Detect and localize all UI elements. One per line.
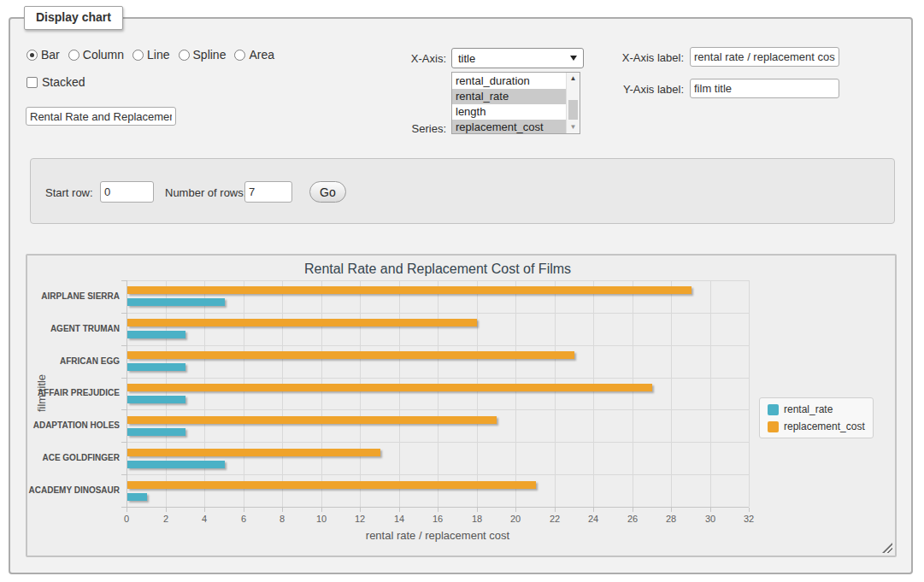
series-option-replacement_cost[interactable]: replacement_cost xyxy=(452,120,566,134)
series-listbox[interactable]: rental_durationrental_ratelengthreplacem… xyxy=(451,72,580,134)
radio-label: Line xyxy=(147,48,169,62)
number-of-rows-input[interactable] xyxy=(244,181,292,203)
x-axis-tick xyxy=(321,508,322,512)
x-axis-tick xyxy=(282,508,283,512)
bar-rental_rate xyxy=(127,298,225,306)
legend-label: replacement_cost xyxy=(784,420,865,432)
bar-replacement_cost xyxy=(127,319,477,326)
x-axis-tick xyxy=(438,508,438,512)
radio-spline[interactable]: Spline xyxy=(179,48,227,62)
bar-replacement_cost xyxy=(127,384,652,391)
resize-handle-icon[interactable] xyxy=(882,543,892,553)
gridline-x xyxy=(399,280,400,507)
x-axis-select[interactable]: title xyxy=(451,48,584,68)
bar-replacement_cost xyxy=(127,351,574,359)
series-listbox-scrollbar[interactable]: ▲ ▼ xyxy=(566,73,580,133)
legend-item-replacement_cost[interactable]: replacement_cost xyxy=(768,420,865,432)
number-of-rows-label: Number of rows: xyxy=(165,186,246,199)
radio-circle[interactable] xyxy=(234,50,245,61)
gridline-y xyxy=(127,474,749,475)
gridline-y xyxy=(127,442,749,443)
scroll-up-icon[interactable]: ▲ xyxy=(567,73,580,84)
legend-swatch xyxy=(768,404,779,415)
category-label: ACE GOLDFINGER xyxy=(19,453,120,462)
gridline-x xyxy=(282,280,283,507)
gridline-x xyxy=(477,280,478,507)
radio-label: Bar xyxy=(41,48,60,62)
category-label: ADAPTATION HOLES xyxy=(19,420,120,430)
gridline-x xyxy=(204,280,205,507)
x-tick-label: 10 xyxy=(306,514,337,524)
series-listbox-options: rental_durationrental_ratelengthreplacem… xyxy=(452,73,566,133)
category-label: AGENT TRUMAN xyxy=(19,324,120,333)
x-tick-label: 26 xyxy=(617,514,648,524)
go-button[interactable]: Go xyxy=(309,181,346,203)
x-axis-tick xyxy=(477,508,478,512)
radio-circle[interactable] xyxy=(26,50,38,61)
scroll-down-icon[interactable]: ▼ xyxy=(567,122,580,132)
legend-item-rental_rate[interactable]: rental_rate xyxy=(768,403,865,415)
gridline-x xyxy=(633,280,633,507)
gridline-x xyxy=(438,280,438,507)
gridline-x xyxy=(749,280,750,507)
bar-rental_rate xyxy=(127,331,185,338)
category-label: ACADEMY DINOSAUR xyxy=(19,485,120,495)
scrollbar-thumb[interactable] xyxy=(568,100,578,120)
x-axis-title: rental rate / replacement cost xyxy=(127,529,749,542)
x-axis-tick xyxy=(166,508,167,512)
chevron-down-icon xyxy=(570,56,577,61)
chart-type-radios: BarColumnLineSplineArea xyxy=(26,48,274,62)
bar-rental_rate xyxy=(127,461,225,468)
y-axis-label-label: Y-Axis label: xyxy=(607,83,684,96)
x-tick-label: 0 xyxy=(111,514,142,524)
x-tick-label: 22 xyxy=(539,514,570,524)
chart-container: Rental Rate and Replacement Cost of Film… xyxy=(26,254,897,557)
plot-area: 02468101214161820222426283032AIRPLANE SI… xyxy=(127,280,749,507)
x-axis-tick xyxy=(127,508,127,512)
radio-line[interactable]: Line xyxy=(132,48,169,62)
x-axis-tick xyxy=(399,508,400,512)
x-tick-label: 2 xyxy=(150,514,181,524)
y-axis-line xyxy=(127,280,127,508)
radio-circle[interactable] xyxy=(132,50,144,61)
gridline-x xyxy=(671,280,672,507)
radio-circle[interactable] xyxy=(179,50,190,61)
gridline-x xyxy=(593,280,594,507)
x-tick-label: 6 xyxy=(228,514,259,524)
x-tick-label: 20 xyxy=(500,514,531,524)
x-tick-label: 32 xyxy=(733,514,764,524)
radio-label: Column xyxy=(83,48,124,62)
series-option-length[interactable]: length xyxy=(452,104,566,120)
bar-replacement_cost xyxy=(127,481,536,489)
radio-bar[interactable]: Bar xyxy=(26,48,60,62)
x-axis-tick xyxy=(244,508,244,512)
row-controls-box xyxy=(30,158,895,224)
x-tick-label: 16 xyxy=(422,514,453,524)
x-axis-tick xyxy=(555,508,556,512)
gridline-x xyxy=(321,280,322,507)
x-axis-line xyxy=(127,507,749,508)
series-option-rental_rate[interactable]: rental_rate xyxy=(452,89,566,104)
gridline-x xyxy=(166,280,167,507)
stacked-checkbox-row[interactable]: Stacked xyxy=(26,75,85,89)
radio-area[interactable]: Area xyxy=(234,48,274,62)
series-select-label: Series: xyxy=(376,122,446,135)
x-tick-label: 14 xyxy=(384,514,415,524)
gridline-x xyxy=(244,280,244,507)
x-tick-label: 18 xyxy=(462,514,492,524)
x-axis-label-input[interactable] xyxy=(690,47,839,67)
x-axis-tick xyxy=(515,508,516,512)
chart-legend: rental_ratereplacement_cost xyxy=(759,397,874,438)
category-label: AIRPLANE SIERRA xyxy=(19,291,120,301)
y-axis-label-input[interactable] xyxy=(690,79,839,98)
radio-label: Area xyxy=(249,48,274,62)
start-row-input[interactable] xyxy=(100,181,154,203)
radio-column[interactable]: Column xyxy=(68,48,124,62)
x-axis-label-label: X-Axis label: xyxy=(607,51,684,64)
gridline-x xyxy=(515,280,516,507)
radio-circle[interactable] xyxy=(68,50,79,61)
gridline-y xyxy=(127,409,749,410)
chart-title-input[interactable] xyxy=(26,107,176,126)
series-option-rental_duration[interactable]: rental_duration xyxy=(452,73,566,89)
stacked-checkbox[interactable] xyxy=(26,77,38,88)
